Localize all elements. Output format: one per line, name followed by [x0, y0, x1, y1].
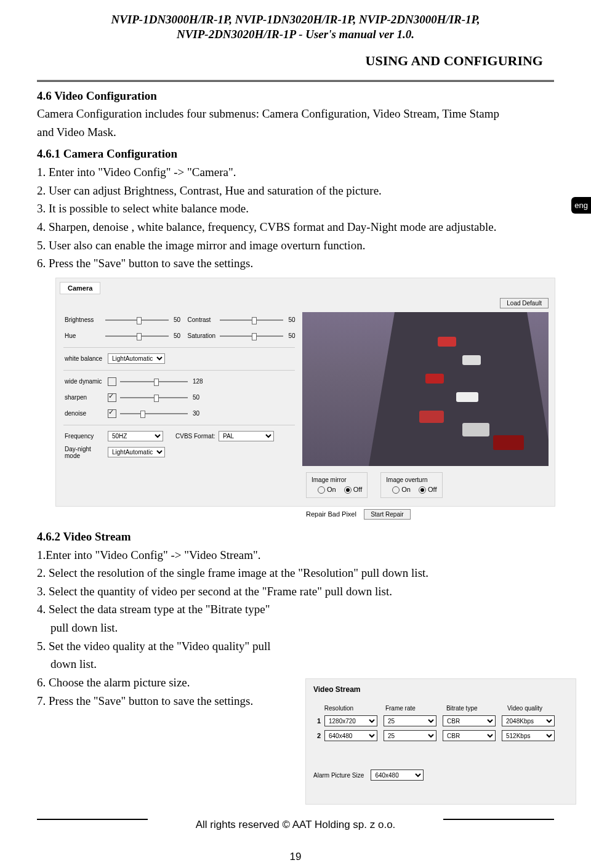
overturn-on-label: On [401, 486, 411, 493]
load-default-button[interactable]: Load Default [500, 298, 549, 308]
row1-quality-select[interactable]: 2048Kbps [502, 715, 555, 726]
intro-line2: and Video Mask. [37, 124, 554, 140]
brightness-value: 50 [174, 316, 188, 323]
contrast-slider[interactable] [220, 319, 283, 321]
language-tab: eng [571, 197, 591, 214]
wide-dynamic-label: wide dynamic [65, 378, 108, 385]
row2-quality-select[interactable]: 512Kbps [502, 730, 555, 741]
frequency-select[interactable]: 50HZ [108, 431, 163, 441]
section-heading: USING AND CONFIGURING [37, 53, 543, 69]
camera-preview [302, 312, 549, 466]
mirror-on-label: On [327, 486, 336, 493]
row2-framerate-select[interactable]: 25 [384, 730, 436, 741]
row1-index: 1 [313, 717, 324, 725]
image-overturn-label: Image overturn [386, 476, 436, 483]
col-frame-rate: Frame rate [385, 705, 446, 712]
stream-row-2: 2 640x480 25 CBR 512Kbps [313, 730, 568, 741]
mirror-on-radio[interactable] [318, 486, 325, 494]
frequency-label: Frequency [65, 433, 108, 440]
sharpen-value: 50 [193, 394, 207, 401]
alarm-picture-size-label: Alarm Picture Size [313, 772, 364, 779]
wide-dynamic-value: 128 [193, 378, 207, 385]
vs-step-5a: 5. Set the video quality at the "Video q… [37, 638, 302, 654]
vs-step-4b: pull down list. [37, 620, 302, 636]
header-line2: NVIP-2DN3020H/IR-1P - User's manual ver … [37, 27, 554, 42]
image-overturn-group: Image overturn On Off [380, 472, 442, 498]
hue-value: 50 [174, 332, 188, 339]
header-line1: NVIP-1DN3000H/IR-1P, NVIP-1DN3020H/IR-1P… [37, 12, 554, 27]
denoise-checkbox[interactable] [108, 409, 116, 418]
header-rule [37, 80, 554, 82]
camera-config-screenshot: Camera Brightness 50 Contrast 50 Hue 50 … [55, 278, 555, 507]
denoise-value: 30 [193, 410, 207, 417]
step-5: 5. User also can enable the image mirror… [37, 238, 554, 254]
wide-dynamic-slider[interactable] [120, 381, 188, 382]
white-balance-select[interactable]: LightAutomatic [108, 353, 165, 364]
step-3: 3. It is possible to select white balanc… [37, 201, 554, 217]
brightness-label: Brightness [65, 316, 105, 323]
start-repair-button[interactable]: Start Repair [364, 509, 410, 520]
vs-step-7: 7. Press the "Save" button to save the s… [37, 693, 302, 709]
vs-step-3: 3. Select the quantity of video per seco… [37, 584, 554, 600]
sharpen-label: sharpen [65, 394, 108, 401]
image-mirror-group: Image mirror On Off [306, 472, 368, 498]
hue-slider[interactable] [105, 336, 169, 337]
step-6: 6. Press the "Save" button to save the s… [37, 255, 554, 271]
saturation-label: Saturation [188, 332, 220, 339]
sharpen-slider[interactable] [120, 397, 188, 398]
row2-bitrate-select[interactable]: CBR [443, 730, 496, 741]
mirror-off-radio[interactable] [344, 486, 352, 494]
wide-dynamic-checkbox[interactable] [108, 377, 116, 386]
contrast-value: 50 [288, 316, 302, 323]
white-balance-label: white balance [65, 355, 108, 362]
repair-bad-pixel-label: Repair Bad Pixel [306, 510, 356, 518]
cvbs-label: CVBS Format: [175, 433, 219, 440]
alarm-picture-size-select[interactable]: 640x480 [371, 770, 424, 781]
stream-row-1: 1 1280x720 25 CBR 2048Kbps [313, 715, 568, 726]
step-2: 2. User can adjust Brightness, Contrast,… [37, 183, 554, 199]
hue-label: Hue [65, 332, 105, 339]
row2-resolution-select[interactable]: 640x480 [324, 730, 377, 741]
denoise-slider[interactable] [120, 413, 188, 414]
vs-step-5b: down list. [37, 656, 302, 672]
step-4: 4. Sharpen, denoise , white balance, fre… [37, 219, 554, 235]
brightness-slider[interactable] [105, 319, 169, 321]
overturn-off-radio[interactable] [419, 486, 426, 494]
heading-4-6: 4.6 Video Configuration [37, 88, 554, 104]
day-night-select[interactable]: LightAutomatic [108, 447, 165, 457]
step-1: 1. Enter into "Video Config" -> "Camera"… [37, 164, 554, 180]
day-night-label: Day-night mode [65, 446, 108, 459]
intro-line1: Camera Configuration includes four subme… [37, 106, 554, 122]
col-resolution: Resolution [324, 705, 385, 712]
video-stream-title: Video Stream [313, 685, 568, 694]
footer-copyright: All rights reserved © AAT Holding sp. z … [0, 819, 591, 831]
sharpen-checkbox[interactable] [108, 393, 116, 402]
page-number: 19 [0, 851, 591, 863]
heading-4-6-1: 4.6.1 Camera Configuration [37, 146, 554, 162]
vs-step-6: 6. Choose the alarm picture size. [37, 675, 302, 691]
saturation-value: 50 [288, 332, 302, 339]
contrast-label: Contrast [188, 316, 220, 323]
vs-step-1: 1.Enter into "Video Config" -> "Video St… [37, 547, 554, 563]
overturn-off-label: Off [428, 486, 436, 493]
cvbs-select[interactable]: PAL [219, 431, 274, 441]
denoise-label: denoise [65, 410, 108, 417]
saturation-slider[interactable] [220, 336, 283, 337]
col-bitrate-type: Bitrate type [446, 705, 507, 712]
overturn-on-radio[interactable] [392, 486, 400, 494]
camera-tab[interactable]: Camera [60, 282, 100, 294]
row2-index: 2 [313, 732, 324, 739]
col-video-quality: Video quality [507, 705, 568, 712]
heading-4-6-2: 4.6.2 Video Stream [37, 529, 554, 545]
image-mirror-label: Image mirror [312, 476, 362, 483]
video-stream-screenshot: Video Stream Resolution Frame rate Bitra… [305, 678, 576, 805]
row1-resolution-select[interactable]: 1280x720 [324, 715, 377, 726]
mirror-off-label: Off [353, 486, 362, 493]
row1-bitrate-select[interactable]: CBR [443, 715, 496, 726]
row1-framerate-select[interactable]: 25 [384, 715, 436, 726]
vs-step-4a: 4. Select the data stream type at the "B… [37, 601, 302, 617]
vs-step-2: 2. Select the resolution of the single f… [37, 565, 554, 581]
